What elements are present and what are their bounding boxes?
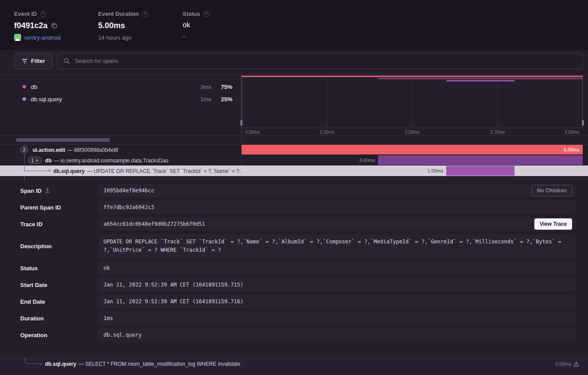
span-tree: 2 ui.action.edit— 88f300998a0b4e6f 5.00m… (0, 144, 588, 176)
span-duration-bar[interactable] (446, 166, 514, 176)
op-color-dot (22, 85, 26, 88)
detail-row-operation: Operation db.sql.query (20, 328, 576, 342)
event-id-column: Event ID ? f0491c2a sentry-android (14, 11, 61, 41)
span-desc: — io.sentry.android.roomsample.data.Trac… (54, 158, 168, 164)
warning-icon (573, 361, 579, 367)
detail-label: End Date (20, 298, 98, 305)
detail-row-parent-span-id: Parent Span ID ffe7dbc92a6942c3 (20, 201, 576, 214)
detail-label: Description (20, 243, 98, 250)
detail-row-description: Description UPDATE OR REPLACE `Track` SE… (20, 234, 576, 258)
span-row-footer[interactable]: db.sql.query— SELECT * FROM room_table_m… (0, 358, 588, 369)
trace-id-value: a654cc61dc0b48ef9d0b27275b6f0d51 (103, 221, 205, 227)
span-desc: — 88f300998a0b4e6f (67, 147, 118, 153)
filter-button[interactable]: Filter (14, 53, 52, 69)
search-box[interactable] (57, 53, 583, 69)
detail-row-trace-id: Trace ID a654cc61dc0b48ef9d0b27275b6f0d5… (20, 217, 576, 231)
minimap[interactable]: 0.00ms 1.25ms 2.50ms 3.75ms 5.00ms (242, 75, 583, 136)
column-divider (242, 136, 242, 144)
spans-toolbar: Filter (14, 53, 583, 69)
minimap-gridline (327, 75, 327, 128)
span-desc: — UPDATE OR REPLACE `Track` SET `TrackId… (87, 168, 242, 174)
minimap-left-handle[interactable] (240, 119, 243, 126)
platform-icon-android (14, 34, 21, 41)
op-name: db.sql.query (31, 96, 62, 103)
tree-connector (25, 358, 40, 364)
help-icon[interactable]: ? (142, 11, 148, 17)
span-title-cell: 2 ui.action.edit— 88f300998a0b4e6f (0, 144, 242, 155)
tree-node-dot (49, 169, 51, 172)
project-name: sentry-android (24, 34, 61, 41)
time-tick: 1.25ms (320, 130, 334, 135)
status-value: ok (183, 21, 190, 29)
no-children-button: No Children (532, 185, 572, 196)
trace-id-value-box: a654cc61dc0b48ef9d0b27275b6f0d51 View Tr… (98, 217, 576, 231)
event-time-ago: 14 hours ago (98, 34, 148, 41)
op-duration: 1ms (187, 96, 211, 103)
chevron-up-icon (35, 159, 39, 162)
search-input[interactable] (74, 57, 577, 65)
minimap-span-db-sql-query (446, 80, 514, 81)
span-op: db.sql.query (45, 361, 76, 367)
parent-span-id-value: ffe7dbc92a6942c3 (103, 204, 154, 210)
status-label: Status (183, 11, 200, 17)
view-trace-button[interactable]: View Trace (534, 218, 572, 230)
span-title-cell: db.sql.query— UPDATE OR REPLACE `Track` … (0, 165, 242, 176)
minimap-right-handle[interactable] (581, 119, 584, 126)
detail-label: Span ID (20, 188, 98, 194)
copy-icon[interactable] (51, 22, 58, 29)
detail-label: Duration (20, 315, 98, 322)
span-title-cell: 1 db— io.sentry.android.roomsample.data.… (0, 155, 242, 165)
time-tick: 3.75ms (490, 130, 505, 135)
span-row-db-sql-query-selected[interactable]: db.sql.query— UPDATE OR REPLACE `Track` … (0, 165, 588, 176)
status-column: Status ? ok – (183, 11, 209, 40)
span-duration-bar[interactable] (378, 155, 583, 165)
tree-scroll-row (0, 136, 588, 144)
minimap-span-db (378, 78, 583, 79)
parent-span-id-value-box: ffe7dbc92a6942c3 (98, 201, 576, 214)
help-icon[interactable]: ? (40, 11, 46, 17)
detail-label: Operation (20, 332, 98, 338)
detail-row-start-date: Start Date Jan 11, 2022 9:52:39 AM CET (… (20, 278, 576, 291)
op-percent: 75% (211, 84, 232, 90)
event-id-label: Event ID (14, 11, 37, 17)
ops-breakdown: db 3ms 75% db.sql.query 1ms 25% (0, 75, 242, 136)
duration-value-box: 1ms (98, 312, 576, 325)
operation-value: db.sql.query (103, 332, 142, 338)
start-date-value: Jan 11, 2022 9:52:39 AM CET (1641891159.… (103, 282, 243, 288)
help-icon[interactable]: ? (203, 11, 209, 17)
op-name: db (31, 84, 37, 90)
anchor-icon[interactable] (44, 188, 51, 194)
detail-label: Start Date (20, 282, 98, 288)
horizontal-scrollbar-thumb[interactable] (16, 138, 110, 142)
minimap-panel: db 3ms 75% db.sql.query 1ms 25% (0, 74, 588, 136)
span-desc: — SELECT * FROM room_table_modification_… (78, 361, 240, 367)
tree-node-dot (40, 363, 42, 365)
span-row-ui-action-edit[interactable]: 2 ui.action.edit— 88f300998a0b4e6f 5.00m… (0, 144, 588, 155)
tree-connector (24, 165, 25, 171)
span-row-db[interactable]: 1 db— io.sentry.android.roomsample.data.… (0, 155, 588, 165)
time-tick: 0.00ms (245, 130, 260, 135)
time-tick: 2.50ms (405, 130, 419, 135)
span-title: db.sql.query— UPDATE OR REPLACE `Track` … (53, 167, 242, 175)
project-link[interactable]: sentry-android (14, 34, 61, 41)
span-bar-cell: 5.00ms (242, 144, 583, 155)
search-icon (63, 58, 70, 64)
event-duration-value: 5.00ms (98, 21, 125, 30)
detail-row-duration: Duration 1ms (20, 312, 576, 325)
operation-value-box: db.sql.query (98, 328, 576, 342)
span-title: db— io.sentry.android.roomsample.data.Tr… (45, 156, 169, 164)
tree-connector (24, 171, 49, 171)
description-value: UPDATE OR REPLACE `Track` SET `TrackId` … (103, 238, 570, 254)
span-title: ui.action.edit— 88f300998a0b4e6f (33, 146, 118, 154)
column-divider (242, 358, 242, 369)
status-value: ok (103, 265, 110, 271)
start-date-value-box: Jan 11, 2022 9:52:39 AM CET (1641891159.… (98, 278, 576, 291)
span-id-value: 1095bd4ef8e94bcc (103, 188, 154, 194)
end-date-value-box: Jan 11, 2022 9:52:39 AM CET (1641891159.… (98, 295, 576, 308)
detail-label: Status (20, 265, 98, 272)
detail-label: Trace ID (20, 221, 98, 228)
span-children-count-badge[interactable]: 2 (20, 146, 28, 154)
span-children-count-badge[interactable]: 1 (28, 157, 42, 164)
span-id-value-box: 1095bd4ef8e94bcc No Children (98, 184, 576, 197)
span-duration-bar[interactable]: 5.00ms (242, 145, 583, 154)
